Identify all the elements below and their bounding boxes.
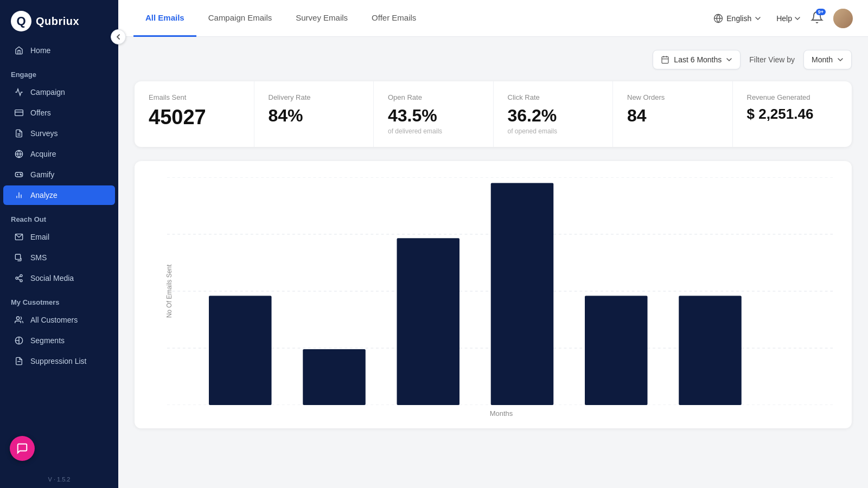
sidebar-item-suppression[interactable]: Suppression List: [3, 351, 115, 371]
date-range-label: Last 6 Months: [674, 55, 722, 64]
period-filter[interactable]: Month: [803, 50, 852, 69]
suppression-icon: [14, 356, 24, 366]
stat-open-rate: Open Rate 43.5% of delivered emails: [374, 81, 494, 147]
campaign-icon: [14, 87, 24, 97]
svg-rect-15: [15, 254, 20, 259]
sidebar-item-campaign-label: Campaign: [30, 88, 65, 97]
revenue-label: Revenue Generated: [747, 93, 838, 101]
sidebar-item-email[interactable]: Email: [3, 227, 115, 247]
svg-rect-0: [15, 110, 23, 116]
tab-all-emails[interactable]: All Emails: [133, 0, 196, 37]
y-axis-label: No Of Emails Sent: [165, 265, 173, 318]
home-icon: [14, 46, 24, 55]
svg-point-16: [20, 274, 22, 277]
logo-circle: Q: [11, 11, 31, 31]
click-rate-sub: of opened emails: [508, 127, 599, 135]
emails-sent-value: 45027: [149, 107, 240, 127]
sidebar-item-surveys[interactable]: Surveys: [3, 124, 115, 143]
help-label: Help: [776, 14, 792, 23]
svg-point-21: [16, 317, 19, 319]
sidebar-item-segments[interactable]: Segments: [3, 331, 115, 350]
chevron-down-period-icon: [837, 56, 844, 63]
click-rate-label: Click Rate: [508, 93, 599, 101]
app-name: Qubriux: [36, 15, 79, 28]
chevron-down-icon: [755, 15, 761, 22]
topbar-right: English Help 9+: [708, 9, 853, 28]
bar-feb: [303, 349, 366, 405]
tabs: All Emails Campaign Emails Survey Emails…: [133, 0, 708, 37]
notification-badge: 9+: [816, 9, 826, 15]
sms-icon: [14, 253, 24, 262]
chart-container: No Of Emails Sent 400 300 200 100 0: [135, 161, 852, 428]
section-my-customers: My Cusotmers: [0, 288, 118, 310]
acquire-icon: [14, 149, 24, 159]
segments-icon: [14, 336, 24, 345]
bar-chart: 400 300 200 100 0 Jan Feb: [167, 177, 835, 405]
user-avatar[interactable]: [833, 9, 853, 28]
sidebar-item-offers[interactable]: Offers: [3, 103, 115, 123]
stats-row: Emails Sent 45027 Delivery Rate 84% Open…: [135, 81, 852, 147]
sidebar-item-suppression-label: Suppression List: [30, 357, 87, 365]
stat-click-rate: Click Rate 36.2% of opened emails: [494, 81, 614, 147]
date-range-filter[interactable]: Last 6 Months: [653, 50, 741, 69]
open-rate-value: 43.5%: [388, 107, 479, 124]
main-content: All Emails Campaign Emails Survey Emails…: [118, 0, 868, 488]
notifications-button[interactable]: 9+: [810, 11, 824, 26]
emails-sent-label: Emails Sent: [149, 93, 240, 101]
svg-point-10: [21, 175, 21, 175]
sidebar-item-campaign[interactable]: Campaign: [3, 82, 115, 102]
sidebar-item-gamify[interactable]: Gamify: [3, 165, 115, 184]
social-icon: [14, 273, 24, 283]
sidebar-item-analyze[interactable]: Analyze: [3, 185, 115, 205]
version-label: V · 1.5.2: [0, 468, 118, 488]
period-label: Month: [812, 55, 833, 64]
email-icon: [14, 232, 24, 242]
chart-area: No Of Emails Sent 400 300 200 100 0: [167, 177, 835, 405]
calendar-icon: [661, 55, 669, 64]
logo-letter: Q: [16, 14, 25, 28]
svg-line-19: [18, 279, 21, 280]
sidebar-item-email-label: Email: [30, 233, 49, 241]
svg-point-17: [16, 277, 18, 279]
tab-survey-emails[interactable]: Survey Emails: [284, 0, 360, 37]
topbar: All Emails Campaign Emails Survey Emails…: [118, 0, 868, 37]
chat-button[interactable]: [10, 436, 35, 461]
bar-may: [585, 296, 648, 405]
sidebar-collapse-button[interactable]: [111, 29, 126, 44]
bar-apr: [491, 183, 554, 406]
sidebar: Q Qubriux Home Engage Campaign Offers Su…: [0, 0, 118, 488]
gamify-icon: [14, 170, 24, 179]
sidebar-item-all-customers[interactable]: All Customers: [3, 310, 115, 330]
tab-campaign-emails[interactable]: Campaign Emails: [196, 0, 284, 37]
new-orders-value: 84: [627, 107, 718, 124]
sidebar-item-sms[interactable]: SMS: [3, 248, 115, 267]
svg-rect-27: [662, 57, 668, 63]
delivery-rate-label: Delivery Rate: [269, 93, 360, 101]
help-button[interactable]: Help: [776, 14, 801, 23]
filter-row: Last 6 Months Filter View by Month: [135, 50, 852, 69]
sidebar-item-gamify-label: Gamify: [30, 170, 54, 179]
globe-icon: [713, 14, 723, 23]
x-axis-label: Months: [167, 409, 835, 418]
avatar-image: [833, 9, 853, 28]
sidebar-item-social-label: Social Media: [30, 274, 74, 282]
svg-line-20: [18, 276, 21, 278]
language-label: English: [726, 14, 751, 23]
open-rate-sub: of delivered emails: [388, 127, 479, 135]
stat-emails-sent: Emails Sent 45027: [135, 81, 254, 147]
open-rate-label: Open Rate: [388, 93, 479, 101]
bar-jan: [209, 296, 272, 405]
stat-revenue: Revenue Generated $ 2,251.46: [733, 81, 852, 147]
tab-offer-emails[interactable]: Offer Emails: [360, 0, 428, 37]
bar-jun: [679, 296, 742, 405]
surveys-icon: [14, 129, 24, 138]
language-selector[interactable]: English: [708, 11, 767, 26]
sidebar-item-home[interactable]: Home: [3, 41, 115, 60]
bar-mar: [397, 238, 460, 405]
sidebar-item-social-media[interactable]: Social Media: [3, 268, 115, 288]
revenue-value: $ 2,251.46: [747, 107, 838, 121]
sidebar-item-acquire-label: Acquire: [30, 150, 56, 158]
sidebar-item-acquire[interactable]: Acquire: [3, 144, 115, 164]
sidebar-item-sms-label: SMS: [30, 253, 47, 262]
section-reach-out: Reach Out: [0, 206, 118, 227]
